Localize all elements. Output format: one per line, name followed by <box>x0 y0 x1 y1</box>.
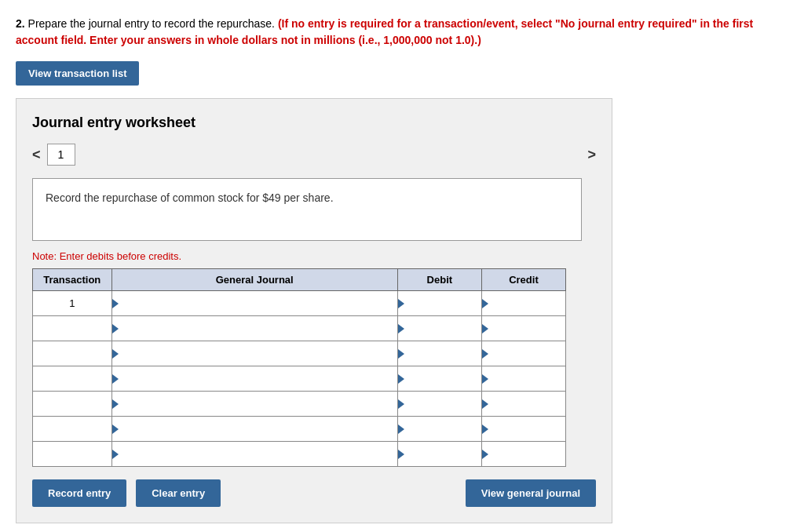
table-row <box>33 392 566 417</box>
cell-indicator-gj-4 <box>112 399 119 409</box>
note-text: Note: Enter debits before credits. <box>32 250 596 262</box>
question-text-before: Prepare the journal entry to record the … <box>28 17 278 30</box>
question-container: 2. Prepare the journal entry to record t… <box>16 16 788 98</box>
table-row <box>33 366 566 392</box>
credit-input-6[interactable] <box>485 442 562 466</box>
debit-cell-2[interactable] <box>397 341 481 366</box>
question-text: 2. Prepare the journal entry to record t… <box>16 16 785 49</box>
cell-indicator-credit-5 <box>482 425 488 434</box>
general-journal-cell-0[interactable] <box>111 291 397 316</box>
cell-indicator-gj-2 <box>112 349 119 359</box>
cell-indicator-debit-6 <box>398 450 404 459</box>
cell-indicator-gj-5 <box>112 425 119 434</box>
cell-indicator-gj-6 <box>112 450 119 459</box>
nav-left: < 1 <box>32 144 75 166</box>
general-journal-input-5[interactable] <box>115 417 394 441</box>
credit-cell-6[interactable] <box>481 442 565 467</box>
debit-input-6[interactable] <box>401 442 478 466</box>
credit-cell-5[interactable] <box>481 417 565 442</box>
transaction-cell-5 <box>33 417 112 442</box>
general-journal-input-2[interactable] <box>115 341 394 366</box>
buttons-row: Record entry Clear entry View general jo… <box>32 479 596 507</box>
general-journal-cell-6[interactable] <box>111 442 397 467</box>
cell-indicator-credit-1 <box>482 324 488 333</box>
cell-indicator-credit-2 <box>482 349 488 359</box>
cell-indicator-gj-3 <box>112 374 119 384</box>
debit-input-2[interactable] <box>401 341 478 366</box>
header-general-journal: General Journal <box>111 269 397 291</box>
debit-input-5[interactable] <box>401 417 478 441</box>
debit-cell-1[interactable] <box>397 316 481 341</box>
cell-indicator-debit-3 <box>398 374 404 384</box>
transaction-cell-4 <box>33 392 112 417</box>
credit-cell-0[interactable] <box>481 291 565 316</box>
general-journal-cell-3[interactable] <box>111 366 397 392</box>
transaction-cell-6 <box>33 442 112 467</box>
credit-cell-2[interactable] <box>481 341 565 366</box>
worksheet-container: Journal entry worksheet < 1 > Record the… <box>16 98 612 523</box>
journal-table: Transaction General Journal Debit Credit… <box>32 268 566 467</box>
header-debit: Debit <box>397 269 481 291</box>
credit-input-1[interactable] <box>485 316 562 341</box>
credit-input-3[interactable] <box>485 366 562 391</box>
table-header-row: Transaction General Journal Debit Credit <box>33 269 566 291</box>
view-transaction-button[interactable]: View transaction list <box>16 61 139 86</box>
clear-entry-button[interactable]: Clear entry <box>136 479 221 507</box>
general-journal-cell-1[interactable] <box>111 316 397 341</box>
prev-button[interactable]: < <box>32 147 41 163</box>
question-number: 2. <box>16 17 25 30</box>
debit-cell-5[interactable] <box>397 417 481 442</box>
cell-indicator-debit-2 <box>398 349 404 359</box>
cell-indicator-debit-0 <box>398 299 404 308</box>
debit-cell-3[interactable] <box>397 366 481 392</box>
credit-input-4[interactable] <box>485 392 562 416</box>
general-journal-cell-5[interactable] <box>111 417 397 442</box>
cell-indicator-gj-0 <box>112 299 119 308</box>
cell-indicator-credit-6 <box>482 450 488 459</box>
general-journal-input-4[interactable] <box>115 392 394 416</box>
page-number-box: 1 <box>47 144 75 166</box>
general-journal-input-1[interactable] <box>115 316 394 341</box>
description-box: Record the repurchase of common stock fo… <box>32 178 582 241</box>
general-journal-input-6[interactable] <box>115 442 394 466</box>
cell-indicator-debit-5 <box>398 425 404 434</box>
transaction-cell-2 <box>33 341 112 366</box>
cell-indicator-gj-1 <box>112 324 119 333</box>
header-credit: Credit <box>481 269 565 291</box>
table-row <box>33 442 566 467</box>
credit-input-5[interactable] <box>485 417 562 441</box>
general-journal-cell-4[interactable] <box>111 392 397 417</box>
debit-input-1[interactable] <box>401 316 478 341</box>
header-transaction: Transaction <box>33 269 112 291</box>
cell-indicator-credit-3 <box>482 374 488 384</box>
cell-indicator-credit-4 <box>482 399 488 409</box>
credit-cell-4[interactable] <box>481 392 565 417</box>
description-text: Record the repurchase of common stock fo… <box>46 191 334 204</box>
credit-input-0[interactable] <box>485 291 562 315</box>
credit-input-2[interactable] <box>485 341 562 366</box>
general-journal-input-3[interactable] <box>115 366 394 391</box>
view-general-journal-button[interactable]: View general journal <box>466 479 596 507</box>
table-row <box>33 316 566 341</box>
table-row <box>33 341 566 366</box>
next-button[interactable]: > <box>587 147 596 163</box>
nav-row: < 1 > <box>32 144 596 166</box>
worksheet-title: Journal entry worksheet <box>32 115 596 131</box>
general-journal-input-0[interactable] <box>115 291 394 315</box>
cell-indicator-credit-0 <box>482 299 488 308</box>
debit-input-3[interactable] <box>401 366 478 391</box>
cell-indicator-debit-4 <box>398 399 404 409</box>
debit-input-0[interactable] <box>401 291 478 315</box>
debit-cell-6[interactable] <box>397 442 481 467</box>
record-entry-button[interactable]: Record entry <box>32 479 126 507</box>
debit-cell-0[interactable] <box>397 291 481 316</box>
general-journal-cell-2[interactable] <box>111 341 397 366</box>
transaction-cell-0: 1 <box>33 291 112 316</box>
debit-cell-4[interactable] <box>397 392 481 417</box>
credit-cell-1[interactable] <box>481 316 565 341</box>
cell-indicator-debit-1 <box>398 324 404 333</box>
credit-cell-3[interactable] <box>481 366 565 392</box>
page-number: 1 <box>58 148 64 161</box>
transaction-cell-1 <box>33 316 112 341</box>
debit-input-4[interactable] <box>401 392 478 416</box>
